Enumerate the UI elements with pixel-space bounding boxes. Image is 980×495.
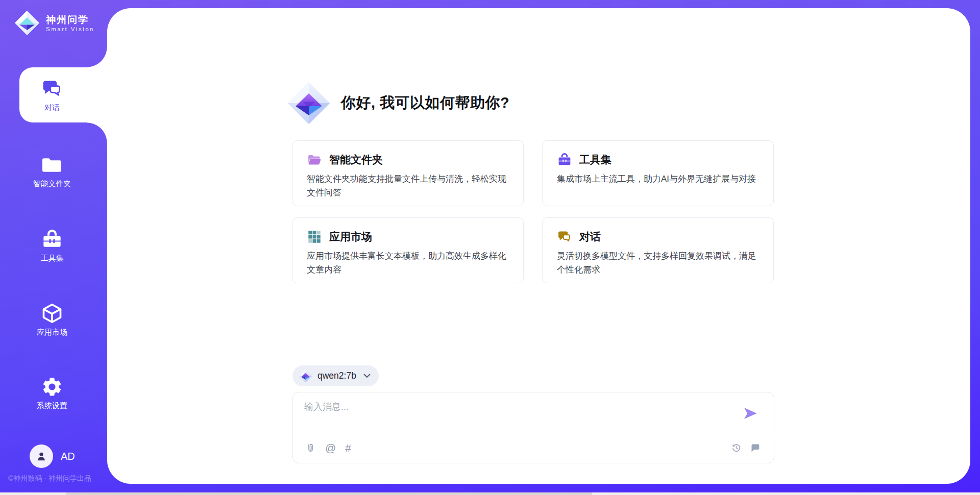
user-menu[interactable]: AD [30, 444, 75, 468]
topic-button[interactable]: # [345, 442, 351, 454]
copyright-footer: ©神州数码 · 神州问学出品 [8, 474, 91, 483]
card-app-market[interactable]: 应用市场 应用市场提供丰富长文本模板，助力高效生成多样化文章内容 [292, 217, 524, 283]
toolbox-icon [557, 152, 572, 167]
grid-icon [307, 229, 322, 244]
brand-logo-diamond-icon [14, 10, 40, 36]
model-selector[interactable]: qwen2:7b [292, 365, 379, 386]
message-input[interactable] [304, 401, 728, 430]
composer-tools-right [731, 442, 761, 453]
sidebar-item-app-market[interactable]: 应用市场 [0, 302, 104, 337]
chat-icon [40, 77, 64, 101]
gear-icon [40, 375, 64, 399]
greeting-title: 你好, 我可以如何帮助你? [341, 93, 509, 113]
logo-diamond-icon [287, 81, 331, 125]
feature-cards: 智能文件夹 智能文件夹功能支持批量文件上传与清洗，轻松实现文件问答 工具集 集成… [292, 140, 774, 283]
person-icon [35, 450, 48, 463]
quick-reply-button[interactable] [750, 442, 761, 453]
card-smart-folder[interactable]: 智能文件夹 智能文件夹功能支持批量文件上传与清洗，轻松实现文件问答 [292, 140, 524, 206]
composer-tools-left: @ # [305, 442, 351, 454]
paperclip-icon [305, 443, 316, 454]
sidebar-item-system-settings[interactable]: 系统设置 [0, 375, 104, 411]
card-title: 应用市场 [329, 230, 372, 244]
card-title: 工具集 [579, 153, 611, 167]
sidebar-item-label: 工具集 [41, 254, 64, 263]
scrollbar-thumb[interactable] [66, 492, 592, 495]
card-chat[interactable]: 对话 灵活切换多模型文件，支持多样回复效果调试，满足个性化需求 [542, 217, 774, 283]
card-title: 智能文件夹 [329, 153, 383, 167]
model-name: qwen2:7b [317, 370, 356, 381]
avatar [30, 444, 53, 468]
sidebar: 神州问学 Smart Vision 对话 智能文件夹 工具集 应用市场 系统设置… [0, 0, 107, 495]
sidebar-item-smart-folder[interactable]: 智能文件夹 [0, 153, 104, 189]
greeting-block: 你好, 我可以如何帮助你? [287, 81, 509, 125]
chat-bubble-icon [750, 442, 761, 453]
mention-button[interactable]: @ [325, 442, 336, 454]
composer-divider [298, 436, 769, 436]
folder-open-icon [307, 152, 322, 167]
sidebar-item-label: 智能文件夹 [33, 179, 71, 189]
message-composer: @ # [292, 392, 774, 463]
toolbox-icon [40, 228, 64, 251]
brand-subtitle: Smart Vision [46, 26, 94, 32]
cube-icon [40, 302, 64, 325]
active-tab-curve-bottom [87, 122, 107, 143]
history-icon [731, 442, 742, 453]
user-initials: AD [61, 451, 75, 462]
folder-icon [40, 153, 64, 177]
logo-diamond-icon [299, 369, 312, 383]
card-description: 集成市场上主流工具，助力AI与外界无缝扩展与对接 [557, 172, 759, 186]
card-description: 应用市场提供丰富长文本模板，助力高效生成多样化文章内容 [307, 249, 509, 277]
send-button[interactable] [741, 405, 760, 423]
brand: 神州问学 Smart Vision [14, 10, 94, 36]
sidebar-item-label: 应用市场 [37, 328, 67, 337]
card-description: 智能文件夹功能支持批量文件上传与清洗，轻松实现文件问答 [307, 172, 509, 200]
sidebar-item-label: 系统设置 [37, 401, 67, 411]
card-description: 灵活切换多模型文件，支持多样回复效果调试，满足个性化需求 [557, 249, 759, 277]
main-panel: 你好, 我可以如何帮助你? 智能文件夹 智能文件夹功能支持批量文件上传与清洗，轻… [107, 8, 970, 484]
send-arrow-icon [742, 405, 759, 422]
sidebar-item-toolset[interactable]: 工具集 [0, 228, 104, 263]
chevron-down-icon [363, 374, 371, 378]
card-title: 对话 [579, 230, 601, 244]
attach-file-button[interactable] [305, 443, 316, 454]
active-tab-curve-top [87, 47, 107, 67]
sidebar-item-label: 对话 [44, 103, 60, 113]
chat-icon [557, 229, 572, 244]
history-button[interactable] [731, 442, 742, 453]
horizontal-scrollbar[interactable] [0, 492, 980, 495]
brand-name: 神州问学 [46, 14, 94, 26]
sidebar-item-chat[interactable]: 对话 [19, 67, 107, 122]
card-toolset[interactable]: 工具集 集成市场上主流工具，助力AI与外界无缝扩展与对接 [542, 140, 774, 206]
